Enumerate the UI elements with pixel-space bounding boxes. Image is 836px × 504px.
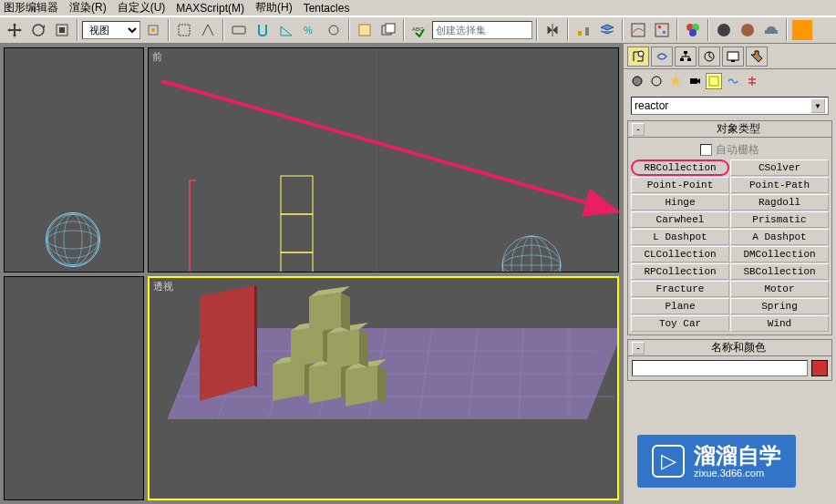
svg-point-89: [633, 77, 642, 86]
layers-icon[interactable]: [596, 19, 618, 41]
helpers-subtab-icon[interactable]: [706, 73, 722, 89]
schematic-view-icon[interactable]: [651, 19, 673, 41]
mirror-icon[interactable]: [542, 19, 563, 41]
l-dashpot-button[interactable]: L Dashpot: [631, 229, 729, 245]
svg-point-4: [151, 28, 155, 32]
point-point-button[interactable]: Point-Point: [631, 177, 729, 193]
svg-rect-11: [386, 24, 395, 33]
named-sel-icon[interactable]: [377, 19, 399, 41]
menu-graph-editor[interactable]: 图形编辑器: [4, 0, 58, 15]
autogrid-checkbox[interactable]: [700, 144, 712, 156]
svg-rect-9: [359, 25, 370, 36]
hierarchy-tab-icon[interactable]: [675, 46, 697, 67]
svg-marker-62: [273, 360, 304, 401]
motion-tab-icon[interactable]: [698, 46, 720, 67]
object-color-swatch[interactable]: [811, 360, 828, 376]
curve-editor-icon[interactable]: [627, 19, 649, 41]
category-dropdown[interactable]: reactor ▼: [631, 97, 829, 115]
viewport-front[interactable]: 前: [148, 47, 619, 273]
quick-render-icon[interactable]: [760, 19, 782, 41]
watermark-title: 溜溜自学: [694, 444, 781, 468]
dmcollection-button[interactable]: DMCollection: [730, 246, 829, 262]
scale-tool-icon[interactable]: [51, 19, 73, 41]
svg-rect-83: [684, 51, 687, 54]
svg-rect-33: [281, 176, 313, 214]
select-tool-icon[interactable]: [173, 19, 195, 41]
selection-set-input[interactable]: [432, 21, 532, 39]
align-icon[interactable]: [573, 19, 594, 41]
carwheel-button[interactable]: Carwheel: [631, 211, 729, 228]
dropdown-arrow-icon: ▼: [810, 98, 825, 113]
menu-render[interactable]: 渲染(R): [69, 0, 107, 15]
autogrid-label: 自动栅格: [716, 142, 759, 158]
rollout-collapse-icon-2[interactable]: -: [632, 342, 645, 355]
svg-point-82: [638, 51, 644, 57]
render-scene-icon[interactable]: [713, 19, 735, 41]
svg-rect-34: [281, 214, 313, 252]
viewport-top[interactable]: [4, 47, 144, 273]
geometry-subtab-icon[interactable]: [629, 73, 645, 89]
point-path-button[interactable]: Point-Path: [730, 177, 829, 193]
svg-rect-35: [281, 252, 313, 272]
systems-subtab-icon[interactable]: [744, 73, 760, 89]
a-dashpot-button[interactable]: A Dashpot: [730, 229, 829, 245]
move-tool-icon[interactable]: [4, 19, 26, 41]
toy-car-button[interactable]: Toy Car: [631, 315, 729, 332]
wind-button[interactable]: Wind: [730, 315, 829, 332]
motor-button[interactable]: Motor: [730, 281, 829, 297]
utilities-tab-icon[interactable]: [746, 46, 768, 67]
sbcollection-button[interactable]: SBCollection: [730, 263, 829, 280]
svg-rect-84: [680, 58, 684, 61]
plane-button[interactable]: Plane: [631, 298, 729, 314]
percent-snap-icon[interactable]: %: [299, 19, 321, 41]
material-editor-icon[interactable]: [682, 19, 704, 41]
rollout-collapse-icon[interactable]: -: [632, 123, 645, 136]
fracture-button[interactable]: Fracture: [631, 281, 729, 297]
watermark-logo-icon: ▷: [652, 445, 685, 478]
object-type-rollout-header[interactable]: - 对象类型: [628, 121, 831, 138]
viewport-perspective[interactable]: 透视: [148, 276, 619, 501]
rpcollection-button[interactable]: RPCollection: [631, 263, 729, 280]
render-dialog-icon[interactable]: [737, 19, 759, 41]
edit-named-sel-icon[interactable]: [354, 19, 376, 41]
menu-customize[interactable]: 自定义(U): [118, 0, 166, 15]
spinner-snap-icon[interactable]: [323, 19, 345, 41]
shapes-subtab-icon[interactable]: [648, 73, 665, 89]
create-tab-icon[interactable]: [627, 46, 649, 67]
pivot-icon[interactable]: [142, 19, 164, 41]
rotate-tool-icon[interactable]: [27, 19, 49, 41]
display-tab-icon[interactable]: [722, 46, 744, 67]
csolver-button[interactable]: CSolver: [730, 159, 829, 176]
svg-text:%: %: [304, 25, 313, 36]
ragdoll-button[interactable]: Ragdoll: [730, 194, 829, 211]
angle-snap-icon[interactable]: [275, 19, 297, 41]
lights-subtab-icon[interactable]: [667, 73, 684, 89]
name-color-rollout: - 名称和颜色: [627, 339, 832, 381]
svg-marker-78: [341, 293, 350, 331]
abc-toggle-icon[interactable]: ABC: [408, 19, 430, 41]
manipulate-icon[interactable]: [197, 19, 219, 41]
keyboard-shortcut-icon[interactable]: [228, 19, 250, 41]
svg-marker-92: [697, 78, 700, 84]
menu-tentacles[interactable]: Tentacles: [304, 2, 350, 15]
main-toolbar: 视图 % ABC: [0, 16, 836, 44]
clcollection-button[interactable]: CLCollection: [631, 246, 729, 262]
hinge-button[interactable]: Hinge: [631, 194, 729, 211]
custom-icon-1[interactable]: [791, 19, 813, 41]
menu-maxscript[interactable]: MAXScript(M): [176, 2, 244, 15]
name-color-rollout-header[interactable]: - 名称和颜色: [628, 340, 831, 356]
svg-rect-18: [663, 31, 666, 34]
reference-coord-dropdown[interactable]: 视图: [82, 21, 140, 39]
rbcollection-button[interactable]: RBCollection: [631, 159, 729, 176]
prismatic-button[interactable]: Prismatic: [730, 211, 829, 228]
modify-tab-icon[interactable]: [651, 46, 673, 67]
spring-button[interactable]: Spring: [730, 298, 829, 314]
snap-toggle-icon[interactable]: [252, 19, 274, 41]
spacewarps-subtab-icon[interactable]: [725, 73, 741, 89]
svg-point-25: [47, 214, 98, 265]
viewport-left[interactable]: [4, 276, 144, 501]
menu-help[interactable]: 帮助(H): [255, 0, 293, 15]
object-name-input[interactable]: [632, 360, 808, 376]
cameras-subtab-icon[interactable]: [686, 73, 703, 89]
svg-rect-5: [179, 25, 190, 36]
